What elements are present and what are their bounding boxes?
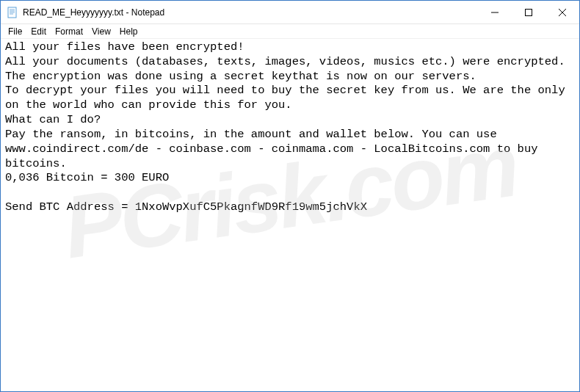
window-title: READ_ME_Heyyyyyyy.txt - Notepad bbox=[23, 7, 478, 18]
window-controls bbox=[478, 1, 579, 23]
menu-format[interactable]: Format bbox=[51, 25, 87, 38]
menu-file[interactable]: File bbox=[4, 25, 26, 38]
text-area[interactable]: All your files have been encrypted! All … bbox=[1, 39, 579, 391]
svg-rect-6 bbox=[526, 9, 532, 15]
minimize-icon bbox=[491, 9, 499, 16]
maximize-icon bbox=[525, 9, 532, 16]
minimize-button[interactable] bbox=[478, 1, 512, 23]
menu-help[interactable]: Help bbox=[115, 25, 142, 38]
titlebar[interactable]: READ_ME_Heyyyyyyy.txt - Notepad bbox=[1, 1, 579, 24]
notepad-icon bbox=[7, 7, 18, 18]
menu-view[interactable]: View bbox=[87, 25, 115, 38]
close-icon bbox=[559, 9, 566, 16]
menu-edit[interactable]: Edit bbox=[26, 25, 51, 38]
menubar: File Edit Format View Help bbox=[1, 24, 579, 39]
close-button[interactable] bbox=[545, 1, 579, 23]
notepad-window: READ_ME_Heyyyyyyy.txt - Notepad File Edi… bbox=[0, 0, 580, 392]
maximize-button[interactable] bbox=[512, 1, 545, 23]
